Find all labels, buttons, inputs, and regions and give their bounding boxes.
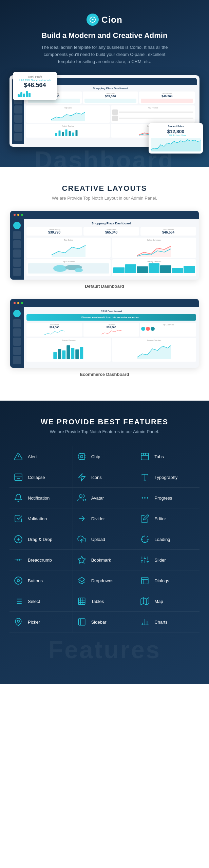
logo-text: Cion [101, 15, 122, 25]
ecomm-chart-1: Browser Overview [26, 338, 111, 362]
collapse-label: Collapse [28, 475, 45, 480]
default-main-title: Shopping Plaza Dashboard [26, 222, 196, 225]
feature-icons[interactable]: Icons [73, 467, 136, 488]
svg-point-43 [19, 560, 20, 560]
feature-dialogs[interactable]: Dialogs [136, 570, 200, 591]
dialogs-label: Dialogs [154, 578, 169, 583]
feature-progress[interactable]: Progress [136, 488, 200, 508]
charts-icon [139, 617, 150, 627]
progress-icon [139, 492, 150, 503]
feature-avatar[interactable]: Avatar [73, 488, 136, 508]
feature-notification[interactable]: Notification [10, 488, 73, 508]
feature-picker[interactable]: Picker [10, 612, 73, 632]
feature-bookmark[interactable]: Bookmark [73, 550, 136, 570]
select-label: Select [28, 599, 40, 604]
icons-label: Icons [91, 475, 102, 480]
features-watermark: Features [7, 636, 202, 664]
feature-validation[interactable]: Validation [10, 508, 73, 529]
feature-charts[interactable]: Charts [136, 612, 200, 632]
default-stats: Total Earning $30,790 Total Sales $65,34… [26, 227, 196, 236]
feature-alert[interactable]: Alert [10, 446, 73, 467]
product-bar-2 [119, 118, 193, 119]
svg-rect-8 [76, 130, 78, 136]
map-icon [139, 596, 150, 607]
features-title: WE PROVIDE BEST FEATURES [7, 418, 202, 426]
product-thumb-1 [112, 109, 118, 115]
svg-rect-18 [62, 350, 65, 359]
feature-drag-drop[interactable]: Drag & Drop [10, 529, 73, 550]
ecomm-spark-1 [27, 329, 81, 336]
edot1 [14, 302, 16, 304]
tablet-value: $12,800 [151, 129, 201, 134]
svg-rect-27 [79, 454, 84, 460]
svg-marker-23 [137, 345, 171, 359]
stat-sparkline-3 [141, 99, 193, 103]
feature-tabs[interactable]: Tabs [136, 446, 200, 467]
feature-slider[interactable]: Slider [136, 550, 200, 570]
ecomm-stat-2: Revenue $18,200 [83, 323, 139, 337]
bar3 [23, 94, 25, 97]
chip-label: Chip [91, 454, 100, 459]
profit-change: ↑ 26.23% Since last month [18, 79, 52, 82]
feature-breadcrumb[interactable]: Breadcrumb [10, 550, 73, 570]
hero-section: Cion Build a Modern and Creative Admin T… [0, 0, 209, 167]
svg-point-36 [142, 498, 143, 498]
feature-buttons[interactable]: Buttons [10, 570, 73, 591]
svg-rect-19 [66, 345, 70, 359]
feature-loading[interactable]: Loading [136, 529, 200, 550]
sidebar-label: Sidebar [91, 620, 107, 625]
feature-collapse[interactable]: Collapse [10, 467, 73, 488]
svg-marker-12 [137, 246, 171, 257]
product-thumb-2 [112, 116, 118, 121]
svg-rect-68 [78, 619, 85, 626]
charts-label: Charts [154, 620, 167, 625]
svg-marker-44 [78, 557, 86, 564]
feature-tables[interactable]: Tables [73, 591, 136, 612]
screen-top-bar-2 [10, 299, 199, 307]
feature-map[interactable]: Map [136, 591, 200, 612]
sales-chart-label: Top Sales [27, 107, 109, 109]
default-sidebar [10, 219, 24, 280]
feature-sidebar[interactable]: Sidebar [73, 612, 136, 632]
stat-val-3: $46,564 [141, 95, 193, 98]
select-icon [13, 596, 24, 607]
svg-rect-4 [62, 132, 64, 136]
logo: Cion [7, 14, 202, 26]
map-label: Map [154, 599, 163, 604]
hero-subtitle: The ideal admin template for any busines… [40, 44, 169, 65]
picker-label: Picker [28, 620, 40, 625]
svg-rect-20 [71, 348, 74, 359]
tablet-header: Product Sales [151, 125, 201, 127]
ecomm-caption: Ecommerce Dashboard [10, 372, 199, 377]
upload-icon [76, 534, 87, 545]
tablet-change: ↑ 12% To Last Year [151, 134, 201, 137]
svg-marker-11 [52, 245, 86, 257]
sales-chart-area [27, 109, 109, 121]
feature-dropdowns[interactable]: Dropdowns [73, 570, 136, 591]
logo-icon [87, 14, 99, 26]
sidebar-icon-4 [14, 124, 22, 132]
feature-typography[interactable]: Typography [136, 467, 200, 488]
default-main: Shopping Plaza Dashboard Total Earning $… [24, 219, 199, 280]
svg-rect-29 [15, 474, 22, 481]
edot2 [17, 302, 19, 304]
feature-upload[interactable]: Upload [73, 529, 136, 550]
map-widget: Top Countries [26, 259, 111, 276]
slider-label: Slider [154, 558, 166, 563]
default-charts: Top Sales Sales Summary [26, 238, 196, 258]
feature-divider[interactable]: Divider [73, 508, 136, 529]
svg-rect-26 [80, 456, 83, 458]
layouts-subtitle: We are Provide Top Notch Layout in our A… [10, 196, 199, 201]
hero-mockup: Total Profit ↑ 26.23% Since last month $… [10, 75, 200, 147]
feature-chip[interactable]: Chip [73, 446, 136, 467]
sales-chart: Top Sales [26, 105, 110, 123]
dropdowns-icon [76, 575, 87, 586]
chart-row: Top Sales New Product [26, 105, 195, 123]
customer-avatars [141, 327, 195, 331]
feature-editor[interactable]: Editor [136, 508, 200, 529]
typography-label: Typography [154, 475, 177, 480]
dstat1: Total Earning $30,790 [26, 227, 82, 236]
feature-select[interactable]: Select [10, 591, 73, 612]
svg-marker-64 [141, 598, 149, 605]
svg-rect-17 [58, 349, 61, 359]
